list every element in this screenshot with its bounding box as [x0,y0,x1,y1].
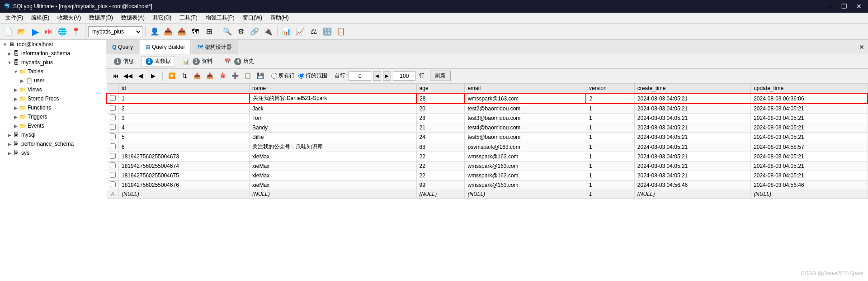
tb-copy[interactable]: 📋 [242,71,253,81]
sub-tab-info2[interactable]: 📊 3 资料 [179,56,217,67]
toolbar-export[interactable]: 📤 [175,25,188,38]
toolbar-multi[interactable]: 🔢 [321,25,334,38]
th-create-time[interactable]: create_time [634,84,750,94]
tb-import[interactable]: 📥 [204,71,215,81]
th-age[interactable]: age [416,84,465,94]
tb-prev[interactable]: ◀ [135,71,146,81]
sidebar-item-mysql[interactable]: ▶ 🗄 mysql [0,130,106,139]
menu-favorites[interactable]: 收藏夹(V) [54,13,85,23]
toolbar-connect[interactable]: 🔗 [248,25,261,38]
row-nav-next[interactable]: ▶ [383,71,391,81]
table-row[interactable]: 1819427560255004673xieMax22wmsspark@163.… [107,152,868,162]
radio-all-label[interactable]: 所有行 [271,72,295,80]
th-update-time[interactable]: update_time [751,84,868,94]
toolbar-schema[interactable]: 🗺 [189,25,202,38]
maximize-button[interactable]: ❐ [839,2,850,11]
toolbar-open[interactable]: 📂 [15,25,28,38]
radio-range-label[interactable]: 行的范围 [298,72,327,80]
toolbar-compare[interactable]: ⚖ [307,25,320,38]
row-checkbox[interactable] [110,181,116,187]
menu-table[interactable]: 数据表(A) [118,13,148,23]
toolbar-settings1[interactable]: ⚙ [235,25,247,38]
sub-tab-info[interactable]: 1 信息 [110,56,138,67]
menu-file[interactable]: 文件(F) [2,13,27,23]
table-row[interactable]: 1819427560255004676xieMax99wmsspark@163.… [107,181,868,190]
sidebar-item-stored-procs[interactable]: ▶ 📁 Stored Procs [0,94,106,103]
table-row[interactable]: 3Tom28test3@baomidou.com12024-08-03 04:0… [107,114,868,123]
toolbar-new[interactable]: 📄 [2,25,14,38]
sidebar-item-events[interactable]: ▶ 📁 Events [0,121,106,130]
table-row[interactable]: 2Jack20test2@baomidou.com12024-08-03 04:… [107,104,868,114]
toolbar-disconnect[interactable]: 🔌 [262,25,274,38]
sidebar-item-information-schema[interactable]: ▶ 🗄 information_schema [0,49,106,58]
row-checkbox[interactable] [110,124,116,130]
table-row[interactable]: 5Billie24test5@baomidou.com12024-08-03 0… [107,133,868,142]
tb-add[interactable]: ➕ [230,71,241,81]
toolbar-import[interactable]: 📥 [162,25,175,38]
table-row[interactable]: 1关注我的博客:Daniel521-Spark28wmsspark@163.co… [107,93,868,104]
tb-next[interactable]: ▶ [148,71,159,81]
minimize-button[interactable]: — [823,2,835,11]
sidebar-item-performance-schema[interactable]: ▶ 🗄 performance_schema [0,139,106,148]
db-selector[interactable]: mybatis_plus [88,26,142,37]
tb-delete[interactable]: 🗑 [217,71,228,81]
tb-prev-page[interactable]: ◀◀ [123,71,133,81]
tb-export[interactable]: 📤 [192,71,203,81]
toolbar-stop[interactable]: ⏭ [42,25,55,38]
first-row-input[interactable] [349,71,371,81]
table-row[interactable]: 1819427560255004674xieMax22wmsspark@163.… [107,162,868,171]
toolbar-refresh[interactable]: 🌐 [56,25,69,38]
sidebar-item-mybatis-plus[interactable]: ▼ 🗄 mybatis_plus [0,58,106,67]
tb-save[interactable]: 💾 [255,71,266,81]
menu-window[interactable]: 窗口(W) [239,13,266,23]
row-checkbox[interactable] [110,133,116,139]
sidebar-item-views[interactable]: ▶ 📁 Views [0,85,106,94]
tb-filter[interactable]: 🔽 [166,71,177,81]
sub-tab-history[interactable]: 📅 4 历史 [220,56,258,67]
toolbar-search[interactable]: 🔍 [221,25,234,38]
row-checkbox[interactable] [110,143,116,149]
table-row[interactable]: 4Sandy21test4@baomidou.com12024-08-03 04… [107,123,868,133]
row-count-input[interactable] [393,71,415,81]
sidebar-item-tables[interactable]: ▼ 📁 Tables [0,67,106,76]
refresh-button[interactable]: 刷新 [430,71,451,81]
sidebar-item-sys[interactable]: ▶ 🗄 sys [0,148,106,157]
radio-all[interactable] [271,73,277,79]
row-nav-prev[interactable]: ◀ [373,71,381,81]
table-row[interactable]: 1819427560255004675xieMax22wmsspark@163.… [107,171,868,181]
th-id[interactable]: id [119,84,250,94]
sidebar-item-functions[interactable]: ▶ 📁 Functions [0,103,106,112]
menu-database[interactable]: 数据库(D) [85,13,117,23]
sidebar-item-root[interactable]: ▼ 🖥 root@localhost [0,40,106,49]
toolbar-chart[interactable]: 📈 [294,25,307,38]
tab-query-builder[interactable]: ⊞ Query Builder [140,40,191,54]
toolbar-map[interactable]: 📍 [70,25,82,38]
close-panel-button[interactable]: ✕ [855,43,868,51]
tb-sort[interactable]: ⇅ [179,71,190,81]
menu-enhanced[interactable]: 增强工具(P) [202,13,238,23]
th-email[interactable]: email [465,84,586,94]
toolbar-user[interactable]: 👤 [148,25,161,38]
sub-tab-table-data[interactable]: 2 表数据 [142,56,175,67]
menu-other[interactable]: 其它(O) [149,13,175,23]
row-checkbox[interactable] [110,172,116,178]
toolbar-grid[interactable]: ⊞ [203,25,215,38]
row-checkbox[interactable] [110,105,116,111]
menu-edit[interactable]: 编辑(E) [28,13,53,23]
tab-query[interactable]: Q Query [106,40,139,54]
toolbar-table-view[interactable]: 📊 [280,25,293,38]
th-version[interactable]: version [586,84,634,94]
close-button[interactable]: ✕ [854,2,864,11]
toolbar-extra[interactable]: 📋 [335,25,347,38]
th-name[interactable]: name [250,84,417,94]
menu-help[interactable]: 帮助(H) [267,13,292,23]
tab-schema-designer[interactable]: 🗺 架构设计器 [192,40,238,54]
row-checkbox[interactable] [110,153,116,159]
row-checkbox[interactable] [110,114,116,120]
row-checkbox[interactable] [110,95,116,101]
menu-tools[interactable]: 工具(T) [176,13,201,23]
table-row[interactable]: 6关注我的公众号：爪哇知识库88psvmspark@163.com12024-0… [107,142,868,152]
sidebar-item-triggers[interactable]: ▶ 📁 Triggers [0,112,106,121]
row-checkbox[interactable] [110,162,116,168]
sidebar-item-user[interactable]: ▶ 📋 user [0,76,106,85]
